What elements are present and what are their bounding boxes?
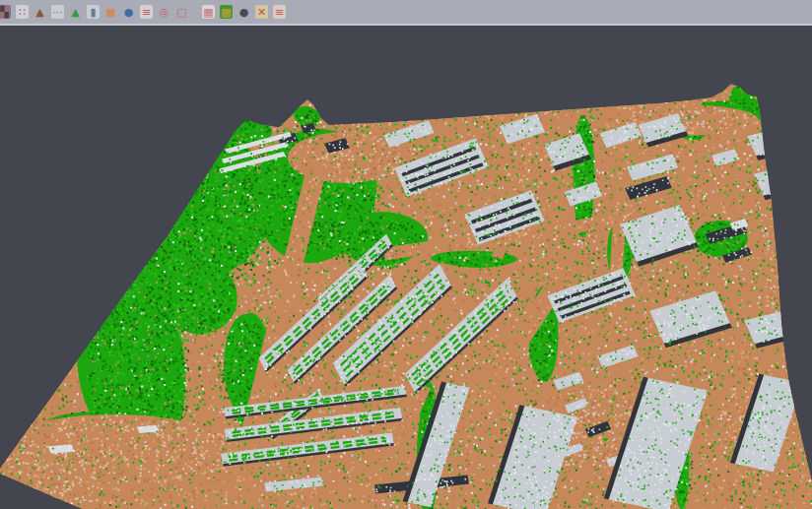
delete-class-icon[interactable]: ✕ (255, 5, 268, 19)
layers-icon[interactable]: ≡ (140, 5, 153, 19)
dsm-terrain-icon[interactable]: ▲ (69, 5, 82, 19)
pointcloud-app-window: ▚∷▲⋯▲▮■●≡◎▢▦▩●✕≡ (0, 0, 812, 509)
main-toolbar: ▚∷▲⋯▲▮■●≡◎▢▦▩●✕≡ (0, 0, 812, 26)
globe-3d-icon[interactable]: ● (122, 5, 135, 19)
camera-view-icon[interactable]: ● (237, 5, 250, 19)
ortho-image-icon[interactable]: ■ (104, 5, 117, 19)
low-points-icon[interactable]: ⋯ (51, 5, 64, 19)
circle-select-icon[interactable]: ◎ (158, 5, 170, 19)
select-mask-icon[interactable]: ▚ (0, 5, 11, 19)
profile-view-icon[interactable]: ▮ (87, 5, 100, 19)
class-palette-icon[interactable]: ▩ (220, 5, 233, 19)
measure-lines-icon[interactable]: ≡ (273, 5, 286, 19)
grid-cells-icon[interactable]: ▦ (202, 5, 215, 19)
classified-points-icon[interactable]: ∷ (16, 5, 29, 19)
3d-viewport[interactable] (0, 0, 812, 509)
rect-select-icon[interactable]: ▢ (175, 5, 188, 19)
dtm-terrain-icon[interactable]: ▲ (34, 5, 46, 19)
